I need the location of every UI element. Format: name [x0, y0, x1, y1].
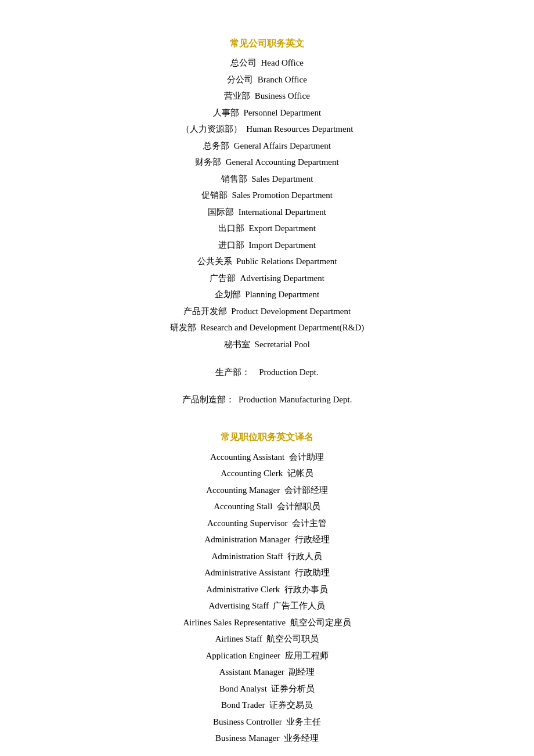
job-item: Administration Staff 行政人员	[183, 548, 351, 565]
dept-item: （人力资源部） Human Resources Department	[170, 121, 364, 138]
job-item: Business Manager 业务经理	[183, 730, 351, 747]
job-item: Application Engineer 应用工程师	[183, 647, 351, 664]
extra1-line: 生产部： Production Dept.	[215, 364, 319, 381]
section2-title: 常见职位职务英文译名	[221, 429, 313, 446]
job-item: Bond Trader 证券交易员	[183, 697, 351, 714]
job-item: Bond Analyst 证券分析员	[183, 681, 351, 697]
job-item: Accounting Clerk 记帐员	[183, 465, 351, 482]
page-content: 常见公司职务英文 总公司 Head Office分公司 Branch Offic…	[46, 35, 488, 751]
dept-item: 国际部 International Department	[170, 204, 364, 221]
job-item: Accounting Assistant 会计助理	[183, 449, 351, 466]
job-item: Airlines Sales Representative 航空公司定座员	[183, 614, 351, 631]
job-item: Administration Manager 行政经理	[183, 531, 351, 548]
job-item: Business Controller 业务主任	[183, 714, 351, 730]
dept-item: 广告部 Advertising Department	[170, 270, 364, 287]
dept-item: 企划部 Planning Department	[170, 286, 364, 303]
dept-item: 促销部 Sales Promotion Department	[170, 187, 364, 204]
dept-list: 总公司 Head Office分公司 Branch Office营业部 Busi…	[170, 55, 364, 352]
job-item: Accounting Supervisor 会计主管	[183, 515, 351, 532]
dept-item: 总务部 General Affairs Department	[170, 138, 364, 154]
dept-item: 公共关系 Public Relations Department	[170, 253, 364, 270]
dept-item: 研发部 Research and Development Department(…	[170, 319, 364, 336]
job-item: Advertising Staff 广告工作人员	[183, 597, 351, 614]
dept-item: 秘书室 Secretarial Pool	[170, 336, 364, 353]
job-list: Accounting Assistant 会计助理Accounting Cler…	[183, 449, 351, 747]
job-item: Assistant Manager 副经理	[183, 664, 351, 681]
extra2-line: 产品制造部： Production Manufacturing Dept.	[182, 391, 352, 408]
dept-item: 进口部 Import Department	[170, 237, 364, 254]
dept-item: 产品开发部 Product Development Department	[170, 303, 364, 320]
section1-title: 常见公司职务英文	[230, 35, 304, 52]
dept-item: 销售部 Sales Department	[170, 171, 364, 188]
job-item: Administrative Clerk 行政办事员	[183, 581, 351, 598]
job-item: Administrative Assistant 行政助理	[183, 564, 351, 581]
dept-item: 出口部 Export Department	[170, 220, 364, 237]
job-item: Airlines Staff 航空公司职员	[183, 631, 351, 647]
dept-item: 总公司 Head Office	[170, 55, 364, 71]
dept-item: 人事部 Personnel Department	[170, 105, 364, 121]
job-item: Accounting Manager 会计部经理	[183, 482, 351, 499]
dept-item: 分公司 Branch Office	[170, 71, 364, 88]
dept-item: 财务部 General Accounting Department	[170, 154, 364, 171]
job-item: Accounting Stall 会计部职员	[183, 498, 351, 515]
dept-item: 营业部 Business Office	[170, 88, 364, 105]
